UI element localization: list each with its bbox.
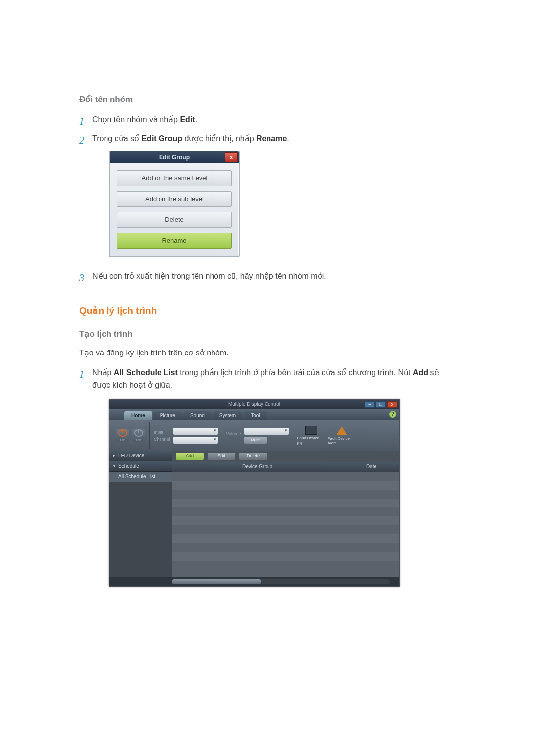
mdc-title-bar: Multiple Display Control – □ x [109,400,399,409]
step-bold: All Schedule List [114,368,178,377]
step-number: 1 [79,366,84,382]
tab-system[interactable]: System [213,411,243,420]
create-step-1: 1 Nhấp All Schedule List trong phần lịch… [79,366,456,392]
chevron-right-icon: ▸ [113,454,115,458]
tab-picture[interactable]: Picture [153,411,182,420]
grid-header: Device Group Date [172,462,399,472]
rename-step-3: 3 Nếu con trỏ xuất hiện trong tên nhóm c… [79,270,456,283]
monitor-warning-icon [305,426,317,435]
volume-label: Volume [226,431,241,436]
paragraph-create-schedule-desc: Tạo và đăng ký lịch trình trên cơ sở nhó… [79,348,456,357]
fault-device-alert[interactable]: Fault Device Alert [328,426,356,446]
mdc-sidebar: ▸ LFD Device ▾ Schedule All Schedule Lis… [109,451,172,577]
sidebar-section-lfd[interactable]: ▸ LFD Device [109,451,172,461]
heading-create-schedule: Tạo lịch trình [79,329,456,339]
step-number: 1 [79,113,84,129]
step-text: Nhấp [92,368,114,377]
step-bold: Add [413,368,428,377]
input-label: Input [154,430,163,435]
tab-home[interactable]: Home [124,411,152,420]
mdc-app-figure: Multiple Display Control – □ x Home Pict… [109,399,456,587]
help-icon[interactable]: ? [389,411,396,418]
mdc-tabs: Home Picture Sound System Tool ? [109,409,399,420]
close-icon[interactable]: x [387,401,397,408]
mdc-footer [109,577,399,586]
power-icon [118,429,127,437]
chevron-down-icon: ▾ [113,464,115,468]
rename-step-2: 2 Trong cửa sổ Edit Group được hiển thị,… [79,132,456,145]
step-text: Nếu con trỏ xuất hiện trong tên nhóm cũ,… [92,272,326,280]
maximize-icon[interactable]: □ [376,401,386,408]
add-same-level-button[interactable]: Add on the same Level [117,170,232,186]
mute-button[interactable]: Mute [244,437,267,444]
rename-step-1: 1 Chọn tên nhóm và nhấp Edit. [79,113,456,126]
step-bold: Rename [256,134,287,143]
sidebar-item-all-schedule-list[interactable]: All Schedule List [109,472,172,482]
step-number: 2 [79,132,84,148]
step-bold: Edit [180,115,195,124]
step-number: 3 [79,270,84,286]
power-off-button[interactable]: Off [132,429,145,442]
close-icon[interactable]: x [225,152,238,162]
fault-device-count[interactable]: Fault Device (0) [297,426,325,445]
edit-button[interactable]: Edit [208,453,235,460]
mdc-ribbon: On Off Input Channel [109,420,399,451]
create-steps-list: 1 Nhấp All Schedule List trong phần lịch… [79,366,456,392]
volume-stepper[interactable] [244,428,289,435]
channel-dropdown[interactable] [173,437,218,444]
step-text: Trong cửa sổ [92,134,141,143]
heading-rename-group: Đổi tên nhóm [79,94,456,104]
tab-tool[interactable]: Tool [244,411,267,420]
dialog-title: Edit Group x [110,151,239,163]
edit-group-dialog-figure: Edit Group x Add on the same Level Add o… [109,151,456,257]
scrollbar-thumb[interactable] [172,579,261,584]
delete-button[interactable]: Delete [117,212,232,228]
minimize-icon[interactable]: – [365,401,374,408]
warning-triangle-icon [336,426,347,435]
column-device-group: Device Group [172,464,343,469]
add-button[interactable]: Add [176,453,204,460]
sidebar-section-schedule[interactable]: ▾ Schedule [109,461,172,472]
heading-manage-schedule: Quản lý lịch trình [79,305,456,316]
column-date: Date [343,464,399,469]
channel-label: Channel [154,437,170,442]
edit-group-dialog: Edit Group x Add on the same Level Add o… [109,151,240,257]
step-text: Chọn tên nhóm và nhấp [92,115,180,124]
rename-step-3-list: 3 Nếu con trỏ xuất hiện trong tên nhóm c… [79,270,456,283]
input-dropdown[interactable] [173,428,218,435]
step-bold: Edit Group [141,134,182,143]
rename-button[interactable]: Rename [117,233,232,249]
tab-sound[interactable]: Sound [183,411,212,420]
grid-body-empty [172,472,399,567]
mdc-window: Multiple Display Control – □ x Home Pict… [109,399,400,587]
add-sub-level-button[interactable]: Add on the sub level [117,191,232,207]
rename-steps-list: 1 Chọn tên nhóm và nhấp Edit. 2 Trong cử… [79,113,456,145]
power-on-button[interactable]: On [116,429,129,442]
mdc-toolbar: Add Edit Delete [172,451,399,462]
delete-button[interactable]: Delete [239,453,267,460]
power-icon [134,429,143,437]
